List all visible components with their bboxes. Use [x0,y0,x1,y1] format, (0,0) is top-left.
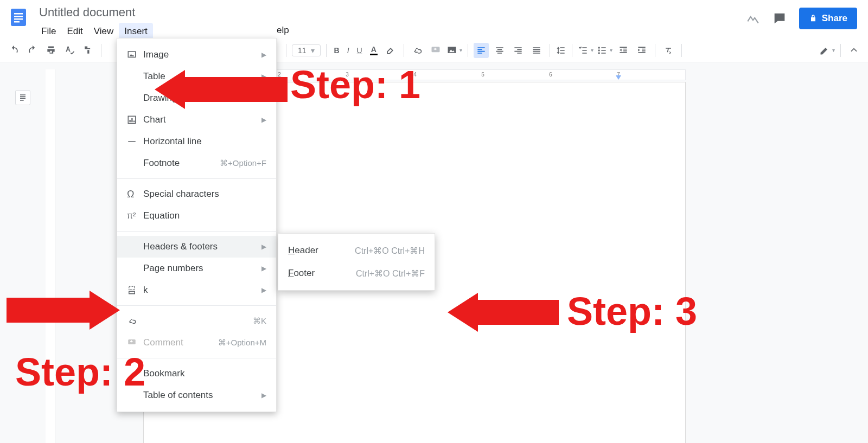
align-justify-button[interactable] [529,43,544,58]
undo-button[interactable] [7,43,22,58]
menu-item-bookmark[interactable]: Bookmark [117,363,276,384]
insert-comment-button[interactable] [428,43,443,58]
svg-rect-7 [434,48,437,49]
menu-item-special-characters[interactable]: Ω Special characters [117,183,276,205]
menu-label: Bookmark [143,368,266,379]
submenu-shortcut: Ctrl+⌘O Ctrl+⌘F [356,268,425,279]
menu-item-horizontal-line[interactable]: Horizontal line [117,131,276,152]
menu-label: Drawing [143,93,261,104]
menu-item-link[interactable]: ⌘K [117,310,276,332]
menu-label: Equation [143,210,266,221]
submenu-arrow-icon: ▶ [261,391,266,399]
menu-item-equation[interactable]: π² Equation [117,205,276,227]
menu-item-footnote[interactable]: Footnote ⌘+Option+F [117,152,276,174]
submenu-arrow-icon: ▶ [261,243,266,251]
spellcheck-button[interactable] [62,43,77,58]
submenu-item-footer[interactable]: Footer Ctrl+⌘O Ctrl+⌘F [278,262,435,285]
svg-rect-2 [14,16,23,17]
submenu-shortcut: Ctrl+⌘O Ctrl+⌘H [355,246,425,256]
menu-item-table-of-contents[interactable]: Table of contents ▶ [117,384,276,406]
svg-rect-1 [14,13,23,15]
menu-edit[interactable]: Edit [61,23,88,40]
svg-rect-22 [129,291,135,294]
menu-label: Special characters [143,189,266,200]
menu-item-drawing[interactable]: Drawing ▶ [117,87,276,109]
link-icon [127,316,143,326]
menu-item-headers-footers[interactable]: Headers & footers ▶ [117,236,276,258]
svg-point-12 [598,52,599,54]
align-center-button[interactable] [492,43,507,58]
menu-label: Table [143,71,261,82]
highlight-button[interactable] [383,43,398,58]
ruler-tick: 3 [346,72,349,78]
submenu-label: Header [288,245,355,256]
print-button[interactable] [43,43,59,58]
menu-label: Page numbers [143,263,261,274]
checklist-button[interactable]: ▾ [578,45,593,56]
underline-button[interactable]: U [355,44,365,57]
bulleted-list-button[interactable]: ▾ [597,45,612,56]
right-indent-marker[interactable] [616,75,621,82]
menu-label: Chart [143,114,261,125]
menu-item-page-numbers[interactable]: Page numbers ▶ [117,258,276,279]
increase-indent-button[interactable] [634,43,649,58]
menu-item-comment: Comment ⌘+Option+M [117,332,276,354]
document-title[interactable]: Untitled document [36,4,153,21]
submenu-arrow-icon: ▶ [261,94,266,102]
svg-rect-0 [11,9,26,26]
svg-rect-3 [14,18,23,20]
menu-item-chart[interactable]: Chart ▶ [117,109,276,131]
omega-icon: Ω [127,189,143,200]
comments-icon[interactable] [772,11,787,26]
decrease-indent-button[interactable] [616,43,631,58]
menu-item-break[interactable]: k ▶ [117,279,276,301]
menu-shortcut: ⌘+Option+M [218,338,266,348]
insert-image-button[interactable]: ▾ [446,45,462,56]
svg-rect-21 [129,286,135,290]
svg-rect-18 [131,118,132,123]
italic-button[interactable]: I [345,44,352,57]
submenu-arrow-icon: ▶ [261,116,266,124]
text-color-button[interactable]: A [368,43,380,57]
image-icon [127,50,143,60]
menu-label: k [143,285,261,296]
ruler-tick: 4 [413,72,417,78]
menu-shortcut: ⌘K [253,316,266,326]
line-spacing-button[interactable] [556,45,566,56]
bold-button[interactable]: B [332,44,342,57]
svg-rect-4 [14,21,20,23]
comment-plus-icon [127,338,143,348]
menu-shortcut: ⌘+Option+F [220,158,266,168]
paint-format-button[interactable] [80,43,95,58]
align-left-button[interactable] [474,43,489,58]
align-right-button[interactable] [510,43,526,58]
menu-item-image[interactable]: Image ▶ [117,44,276,66]
chart-icon [127,115,143,125]
document-outline-button[interactable] [15,90,30,105]
menu-item-table[interactable]: Table ▶ [117,66,276,87]
submenu-arrow-icon: ▶ [261,286,266,294]
menu-help-partial: elp [277,25,289,36]
insert-dropdown-menu: Image ▶ Table ▶ Drawing ▶ Chart ▶ Horizo… [117,38,277,412]
menu-view[interactable]: View [88,23,119,40]
svg-point-11 [598,49,599,51]
activity-icon[interactable] [746,11,760,25]
menu-label: Comment [143,337,218,348]
share-button[interactable]: Share [799,8,857,29]
menu-label: Table of contents [143,390,261,401]
menu-label: Image [143,49,261,60]
svg-rect-19 [133,121,135,123]
svg-marker-15 [130,54,135,57]
docs-logo-icon[interactable] [7,5,30,29]
vertical-ruler[interactable] [46,69,55,443]
editing-mode-button[interactable]: ▾ [819,45,835,56]
redo-button[interactable] [25,43,40,58]
menu-file[interactable]: File [36,23,61,40]
font-size-input[interactable]: 11 ▾ [292,44,321,56]
collapse-toolbar-button[interactable] [846,43,861,58]
menu-label: Headers & footers [143,241,261,252]
insert-link-button[interactable] [410,43,425,58]
clear-formatting-button[interactable] [661,43,676,58]
submenu-item-header[interactable]: Header Ctrl+⌘O Ctrl+⌘H [278,239,435,262]
submenu-arrow-icon: ▶ [261,265,266,272]
